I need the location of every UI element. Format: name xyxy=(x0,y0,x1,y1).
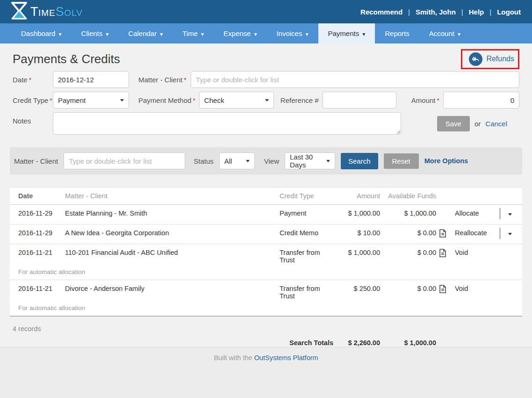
cell-credit-type: Transfer from Trust xyxy=(280,244,333,268)
nav-payments[interactable]: Payments xyxy=(318,23,375,43)
table-row: 2016-11-21 110-201 Financial Audit - ABC… xyxy=(10,244,522,280)
col-credit-type[interactable]: Credit Type xyxy=(280,188,333,204)
search-matter-client-label: Matter - Client xyxy=(14,157,58,165)
hourglass-logo-icon xyxy=(11,2,27,22)
record-count: 4 records xyxy=(13,325,519,333)
void-link[interactable]: Void xyxy=(455,244,500,261)
form-row-1: Date Matter - Client xyxy=(13,71,519,88)
refunds-button[interactable]: Refunds xyxy=(469,52,514,66)
save-button[interactable]: Save xyxy=(437,116,470,131)
view-select[interactable]: Last 30 Days xyxy=(285,152,335,169)
cell-amount: $ 1,000.00 xyxy=(333,205,380,222)
amount-label: Amount xyxy=(411,96,439,104)
search-matter-client-field[interactable] xyxy=(64,152,185,169)
separator xyxy=(408,8,410,16)
cell-credit-type: Transfer from Trust xyxy=(280,280,333,304)
allocate-link[interactable]: Allocate xyxy=(455,205,500,222)
logout-link[interactable]: Logout xyxy=(497,8,521,16)
chevron-down-icon xyxy=(458,29,460,37)
cell-credit-type: Payment xyxy=(280,205,333,222)
amount-field[interactable] xyxy=(443,92,519,109)
page: TIMESOLV Recommend Smith, John Help Logo… xyxy=(0,0,532,398)
document-icon[interactable] xyxy=(436,280,455,298)
row-actions-dropdown[interactable] xyxy=(500,208,514,219)
save-group: Save or Cancel xyxy=(437,116,507,131)
status-label: Status xyxy=(194,157,214,165)
chevron-down-icon xyxy=(265,99,269,101)
credit-type-select[interactable]: Payment xyxy=(53,92,129,109)
matter-link[interactable]: Divorce - Anderson Family xyxy=(65,280,280,297)
cell-date: 2016-11-21 xyxy=(18,280,65,297)
cell-amount: $ 10.00 xyxy=(333,224,380,241)
form-row-2: Credit Type Payment Payment Method Check… xyxy=(13,92,519,109)
top-bar: TIMESOLV Recommend Smith, John Help Logo… xyxy=(0,0,532,23)
form-row-3: Notes Save or Cancel xyxy=(13,112,519,135)
chevron-down-icon xyxy=(201,29,204,37)
separator xyxy=(461,8,463,16)
nav-clients[interactable]: Clients xyxy=(71,23,118,43)
matter-client-field[interactable] xyxy=(191,71,519,88)
matter-link[interactable]: Estate Planning - Mr. Smith xyxy=(65,205,280,222)
document-icon[interactable] xyxy=(436,224,455,242)
cell-amount: $ 1,000.00 xyxy=(333,244,380,261)
row-actions-dropdown[interactable] xyxy=(500,228,514,239)
reply-all-icon xyxy=(469,52,482,66)
cell-available: $ 0.00 xyxy=(380,280,436,297)
user-name-link[interactable]: Smith, John xyxy=(416,8,456,16)
title-row: Payments & Credits Refunds xyxy=(13,47,519,71)
chevron-down-icon xyxy=(362,29,365,37)
chevron-down-icon xyxy=(58,29,61,37)
chevron-down-icon xyxy=(508,213,512,216)
view-label: View xyxy=(264,157,279,165)
nav-time[interactable]: Time xyxy=(173,23,214,43)
col-amount[interactable]: Amount xyxy=(333,188,380,204)
matter-link[interactable]: 110-201 Financial Audit - ABC Unified xyxy=(65,244,280,261)
col-date[interactable]: Date xyxy=(18,188,65,204)
void-link[interactable]: Void xyxy=(455,280,500,297)
nav-account[interactable]: Account xyxy=(419,23,470,43)
cancel-link[interactable]: Cancel xyxy=(485,120,507,128)
credit-type-label: Credit Type xyxy=(13,96,53,104)
chevron-down-icon xyxy=(254,29,257,37)
chevron-down-icon xyxy=(508,233,512,235)
col-available-funds[interactable]: Available Funds xyxy=(380,188,436,204)
payments-table: Date Matter - Client Credit Type Amount … xyxy=(10,187,522,317)
nav-expense[interactable]: Expense xyxy=(214,23,266,43)
payment-method-select[interactable]: Check xyxy=(199,92,274,109)
date-field[interactable] xyxy=(53,71,129,88)
notes-field[interactable] xyxy=(53,112,401,135)
timesolv-logo[interactable]: TIMESOLV xyxy=(11,2,83,22)
matter-link[interactable]: A New Idea - Georgita Corporation xyxy=(65,224,280,241)
more-options-link[interactable]: More Options xyxy=(424,157,468,165)
main-nav: Dashboard Clients Calendar Time Expense … xyxy=(0,23,532,43)
date-label: Date xyxy=(13,76,53,84)
nav-reports[interactable]: Reports xyxy=(375,23,419,43)
row-note: For automatic allocation xyxy=(10,304,522,316)
refunds-highlight-box: Refunds xyxy=(461,49,519,69)
document-icon[interactable] xyxy=(436,244,455,262)
nav-dashboard[interactable]: Dashboard xyxy=(11,23,71,43)
status-select[interactable]: All xyxy=(219,152,255,169)
refunds-label: Refunds xyxy=(486,55,514,63)
main-content: Payments & Credits Refunds Date Matter -… xyxy=(0,47,532,349)
footer-text: Built with the xyxy=(214,354,254,362)
reset-button[interactable]: Reset xyxy=(384,153,419,169)
notes-label: Notes xyxy=(13,117,53,125)
recommend-link[interactable]: Recommend xyxy=(360,8,403,16)
outsystems-link[interactable]: OutSystems Platform xyxy=(254,354,318,362)
reallocate-link[interactable]: Reallocate xyxy=(455,224,500,241)
nav-calendar[interactable]: Calendar xyxy=(118,23,173,43)
cell-available: $ 0.00 xyxy=(380,224,436,241)
top-links: Recommend Smith, John Help Logout xyxy=(360,8,521,16)
table-header: Date Matter - Client Credit Type Amount … xyxy=(10,188,522,205)
cell-available: $ 0.00 xyxy=(380,244,436,261)
reference-field[interactable] xyxy=(323,92,396,109)
row-note: For automatic allocation xyxy=(10,268,522,280)
separator xyxy=(489,8,491,16)
nav-invoices[interactable]: Invoices xyxy=(266,23,318,43)
matter-client-label: Matter - Client xyxy=(138,76,191,84)
help-link[interactable]: Help xyxy=(469,8,484,16)
col-matter-client[interactable]: Matter - Client xyxy=(65,188,280,204)
search-button[interactable]: Search xyxy=(341,153,378,169)
chevron-down-icon xyxy=(305,29,308,37)
